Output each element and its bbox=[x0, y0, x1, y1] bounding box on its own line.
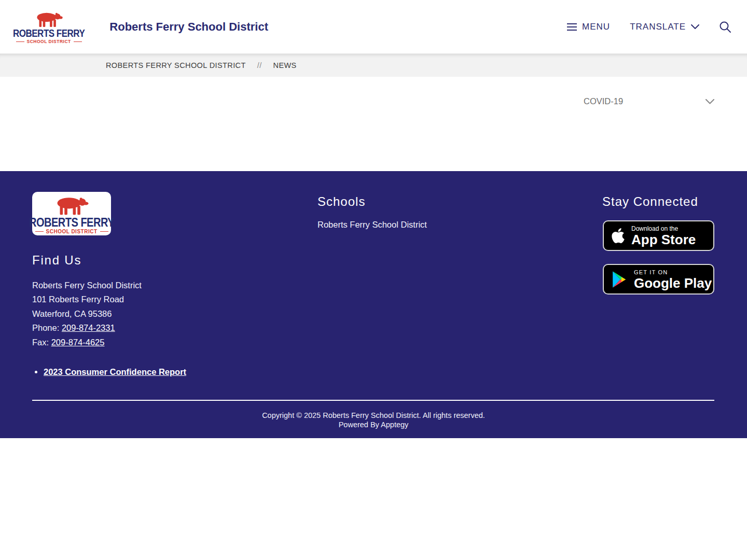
breadcrumb: ROBERTS FERRY SCHOOL DISTRICT // NEWS bbox=[0, 53, 747, 77]
phone-row: Phone: 209-874-2331 bbox=[32, 321, 142, 335]
translate-button[interactable]: TRANSLATE bbox=[630, 22, 699, 32]
phone-link[interactable]: 209-874-2331 bbox=[62, 323, 115, 332]
address-org: Roberts Ferry School District bbox=[32, 278, 142, 292]
powered-by-text: Powered By Apptegy bbox=[0, 421, 747, 430]
site-footer: ROBERTS FERRY SCHOOL DISTRICT Find Us Ro… bbox=[0, 171, 747, 438]
school-link[interactable]: Roberts Ferry School District bbox=[317, 220, 427, 230]
logo-tagline: SCHOOL DISTRICT bbox=[35, 229, 108, 234]
logo-tagline: SCHOOL DISTRICT bbox=[16, 39, 82, 44]
schools-heading: Schools bbox=[317, 194, 365, 209]
footer-logo-mark: ROBERTS FERRY SCHOOL DISTRICT bbox=[29, 193, 114, 234]
chevron-down-icon bbox=[706, 99, 714, 104]
address-city: Waterford, CA 95386 bbox=[32, 307, 142, 321]
site-header: ROBERTS FERRY SCHOOL DISTRICT Roberts Fe… bbox=[0, 0, 747, 53]
district-logo[interactable]: ROBERTS FERRY SCHOOL DISTRICT bbox=[13, 9, 85, 44]
breadcrumb-home-link[interactable]: ROBERTS FERRY SCHOOL DISTRICT bbox=[106, 61, 246, 69]
logo-wordmark: ROBERTS FERRY bbox=[29, 216, 114, 229]
google-play-badge[interactable]: GET IT ON Google Play bbox=[603, 264, 714, 295]
badge-bottom-line: App Store bbox=[631, 232, 696, 247]
phone-label: Phone: bbox=[32, 323, 59, 332]
fax-label: Fax: bbox=[32, 338, 49, 347]
address-block: Roberts Ferry School District 101 Robert… bbox=[32, 278, 142, 349]
footer-divider bbox=[32, 400, 714, 401]
stay-connected-heading: Stay Connected bbox=[602, 194, 698, 209]
header-actions: MENU TRANSLATE bbox=[567, 21, 731, 33]
badge-bottom-line: Google Play bbox=[634, 276, 712, 290]
translate-label: TRANSLATE bbox=[630, 22, 686, 32]
footer-legal: Copyright © 2025 Roberts Ferry School Di… bbox=[0, 411, 747, 429]
find-us-heading: Find Us bbox=[32, 253, 81, 268]
breadcrumb-separator: // bbox=[257, 61, 262, 69]
logo-wordmark: ROBERTS FERRY bbox=[13, 29, 85, 39]
copyright-text: Copyright © 2025 Roberts Ferry School Di… bbox=[0, 411, 747, 421]
address-street: 101 Roberts Ferry Road bbox=[32, 292, 142, 306]
google-play-icon bbox=[611, 270, 628, 289]
news-page-content: COVID-19 bbox=[0, 77, 747, 171]
consumer-confidence-report-link[interactable]: 2023 Consumer Confidence Report bbox=[44, 367, 186, 376]
badge-top-line: GET IT ON bbox=[634, 269, 712, 276]
chevron-down-icon bbox=[691, 24, 699, 29]
news-category-dropdown[interactable]: COVID-19 bbox=[584, 96, 714, 106]
google-play-badge-text: GET IT ON Google Play bbox=[634, 269, 712, 290]
bear-icon bbox=[52, 193, 91, 217]
footer-district-logo[interactable]: ROBERTS FERRY SCHOOL DISTRICT bbox=[32, 192, 111, 235]
list-item: 2023 Consumer Confidence Report bbox=[44, 367, 186, 377]
dropdown-selected-value: COVID-19 bbox=[584, 96, 623, 106]
app-store-badge[interactable]: Download on the App Store bbox=[603, 220, 714, 251]
menu-button[interactable]: MENU bbox=[567, 22, 610, 32]
site-title[interactable]: Roberts Ferry School District bbox=[109, 20, 268, 34]
fax-row: Fax: 209-874-4625 bbox=[32, 335, 142, 349]
app-store-badge-text: Download on the App Store bbox=[631, 225, 696, 247]
breadcrumb-current: NEWS bbox=[273, 61, 297, 69]
fax-link[interactable]: 209-874-4625 bbox=[51, 338, 105, 347]
apple-icon bbox=[611, 227, 625, 244]
search-button[interactable] bbox=[719, 21, 731, 33]
footer-links-list: 2023 Consumer Confidence Report bbox=[44, 367, 186, 377]
bear-icon bbox=[33, 9, 65, 29]
search-icon bbox=[719, 21, 731, 33]
hamburger-icon bbox=[567, 23, 577, 31]
menu-label: MENU bbox=[582, 22, 610, 32]
badge-top-line: Download on the bbox=[631, 225, 696, 232]
